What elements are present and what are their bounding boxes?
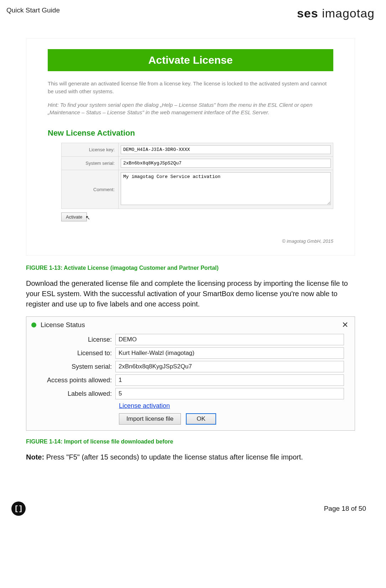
ap-allowed-label: Access points allowed:: [33, 377, 115, 384]
new-license-activation-heading: New License Activation: [48, 128, 333, 138]
doc-title: Quick Start Guide: [6, 6, 60, 14]
licensed-to-value[interactable]: [115, 347, 344, 359]
comment-textarea[interactable]: [121, 172, 331, 205]
footer-brackets-icon: []: [11, 502, 26, 516]
labels-allowed-value[interactable]: [115, 388, 344, 399]
comment-label: Comment:: [62, 170, 119, 209]
system-serial-input[interactable]: [121, 159, 331, 168]
paragraph-download: Download the generated license file and …: [26, 278, 355, 309]
note-text: Press "F5" (after 15 seconds) to update …: [44, 453, 303, 461]
portal-description: This will generate an activated license …: [48, 80, 333, 95]
license-key-input[interactable]: [121, 145, 331, 154]
note-label: Note:: [26, 453, 44, 461]
ok-button[interactable]: OK: [186, 413, 216, 425]
portal-hint: Hint: To find your system serial open th…: [48, 101, 333, 117]
ap-allowed-value[interactable]: [115, 374, 344, 386]
license-activation-link[interactable]: License activation: [119, 402, 170, 410]
figure-1-14-caption: FIGURE 1-14: Import of license file down…: [26, 439, 355, 445]
status-dot-icon: [31, 322, 36, 327]
license-key-label: License key:: [62, 143, 119, 156]
note-paragraph: Note: Press "F5" (after 15 seconds) to u…: [26, 452, 355, 462]
license-label: License:: [33, 336, 115, 343]
license-value[interactable]: [115, 334, 344, 345]
logo-bold: ses: [297, 6, 318, 20]
labels-allowed-label: Labels allowed:: [33, 390, 115, 398]
dlg-system-serial-value[interactable]: [115, 361, 344, 372]
licensed-to-label: Licensed to:: [33, 350, 115, 357]
dlg-system-serial-label: System serial:: [33, 363, 115, 371]
logo-light: imagotag: [322, 6, 375, 20]
dialog-title: License Status: [41, 321, 340, 329]
activation-form: License key: System serial: Comment:: [61, 143, 333, 209]
activate-button[interactable]: Activate: [61, 212, 87, 221]
portal-copyright: © imagotag GmbH, 2015: [37, 238, 333, 244]
activate-license-banner: Activate License: [48, 49, 333, 71]
figure-1-13-caption: FIGURE 1-13: Activate License (imagotag …: [26, 265, 355, 271]
import-license-file-button[interactable]: Import license file: [119, 413, 181, 425]
license-status-dialog: License Status ✕ License: Licensed to: S…: [26, 316, 355, 431]
page-number: Page 18 of 50: [324, 505, 366, 513]
brand-logo: ses imagotag: [297, 6, 375, 20]
close-icon[interactable]: ✕: [340, 320, 350, 330]
portal-screenshot: Activate License This will generate an a…: [26, 38, 355, 256]
system-serial-label: System serial:: [62, 157, 119, 170]
cursor-icon: ↖: [85, 216, 90, 220]
